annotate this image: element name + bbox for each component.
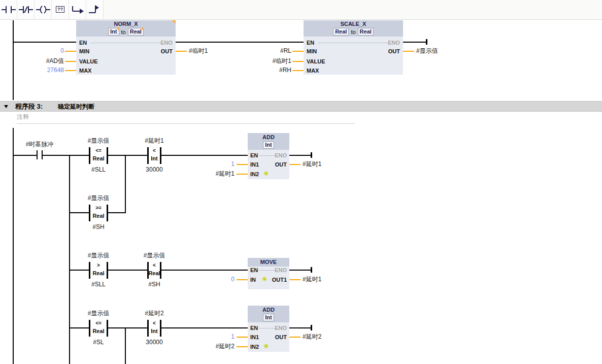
compare-type[interactable]: Int (147, 328, 161, 334)
operand-in[interactable]: 0 (193, 276, 235, 283)
operand-in2[interactable]: #延时2 (193, 343, 235, 350)
operand-out[interactable]: #延时2 (303, 334, 321, 340)
operand-max[interactable]: 27648 (20, 67, 64, 74)
wire-segment (13, 42, 76, 43)
network-title[interactable]: 稳定延时判断 (58, 103, 94, 111)
norm-x-block[interactable]: NORM_X Int to Real EN ENO MIN OUT VALUE … (76, 20, 176, 75)
toolbar-button-no-contact[interactable] (0, 0, 17, 19)
pin-out1: OUT1 (272, 277, 287, 283)
type-dropdown[interactable]: Int (263, 141, 274, 149)
add-block[interactable]: ADD Int EN ENO IN1 OUT IN2 ✳ (248, 133, 289, 179)
add-block[interactable]: ADD Int EN ENO IN1 OUT IN2 ✳ (248, 306, 289, 352)
compare-type[interactable]: Real (89, 155, 108, 161)
type-dropdown-to[interactable]: Real (128, 28, 144, 36)
wire-segment (289, 155, 311, 156)
type-connector: to (121, 29, 126, 35)
open-branch-icon (70, 5, 85, 15)
operand-label[interactable]: #延时2 (145, 309, 163, 318)
block-title: MOVE (248, 259, 289, 266)
operand-label[interactable]: #显示值 (88, 309, 110, 318)
toolbar-button-coil[interactable] (35, 0, 52, 19)
operand-value[interactable]: #临时1 (249, 58, 291, 64)
no-contact[interactable]: #时基脉冲 (37, 150, 43, 159)
collapse-triangle-icon[interactable] (4, 105, 8, 108)
operand-out[interactable]: #临时1 (189, 48, 208, 54)
operand-label[interactable]: #显示值 (88, 251, 110, 260)
type-dropdown[interactable]: Int (263, 314, 274, 321)
operand-stub (237, 337, 248, 338)
compare-operator: <= (89, 148, 108, 153)
operand-stub (65, 51, 76, 52)
pin-in2: IN2 (250, 344, 259, 350)
wire-segment (108, 155, 147, 156)
move-block[interactable]: MOVE EN ENO IN ✳ OUT1 (248, 258, 289, 289)
pin-out: OUT (275, 161, 287, 168)
pin-max: MAX (307, 68, 319, 74)
operand-max[interactable]: #RH (249, 67, 291, 74)
operand-out[interactable]: #显示值 (416, 48, 438, 54)
network-label: 程序段 3: (15, 102, 43, 111)
network-header[interactable]: 程序段 3: 稳定延时判断 (0, 101, 602, 112)
toolbar-button-close-branch[interactable] (86, 0, 104, 19)
operand-min[interactable]: 0 (20, 48, 64, 54)
compare-value[interactable]: #SL (93, 339, 104, 346)
compare-type[interactable]: Int (147, 155, 161, 161)
compare-contact[interactable]: >= Real #显示值 #SH (89, 205, 108, 221)
operand-stub (237, 174, 248, 175)
wire-segment (403, 42, 426, 43)
pin-min: MIN (79, 48, 89, 54)
block-title: ADD (248, 134, 289, 141)
operand-label[interactable]: #显示值 (144, 251, 165, 260)
compare-value[interactable]: #SLL (91, 166, 106, 173)
pin-eno: ENO (275, 267, 287, 273)
operand-value[interactable]: #AD值 (20, 58, 64, 64)
compare-value[interactable]: #SH (148, 281, 160, 288)
coil-icon (36, 5, 51, 15)
operand-in2[interactable]: #延时1 (193, 171, 235, 177)
operand-out[interactable]: #延时1 (303, 161, 321, 168)
block-title: NORM_X (76, 21, 176, 27)
compare-type[interactable]: Real (89, 270, 108, 276)
compare-contact[interactable]: <= Real #显示值 #SLL (89, 147, 108, 164)
operand-label[interactable]: #时基脉冲 (26, 140, 54, 149)
pin-in1: IN1 (250, 161, 259, 168)
operand-stub (237, 346, 248, 347)
network-comment[interactable]: 注释 (17, 113, 29, 121)
compare-contact[interactable]: < Int #延时2 30000 (147, 320, 161, 337)
wire-segment (289, 327, 311, 328)
compare-type[interactable]: Real (89, 328, 108, 334)
power-rail (13, 128, 14, 364)
type-dropdown-from[interactable]: Real (333, 28, 349, 36)
contact-bar (37, 150, 38, 159)
type-dropdown-from[interactable]: Int (108, 28, 119, 36)
compare-value[interactable]: #SLL (91, 281, 106, 288)
compare-contact[interactable]: < Int #延时1 30000 (147, 147, 161, 164)
compare-type[interactable]: Real (147, 270, 161, 276)
type-connector: to (351, 29, 355, 35)
toolbar-button-empty-box[interactable]: ?? (52, 0, 69, 19)
compare-type[interactable]: Real (89, 213, 108, 219)
compare-value[interactable]: 30000 (146, 166, 162, 173)
compare-contact[interactable]: < Real #显示值 #SH (147, 262, 161, 279)
type-dropdown-to[interactable]: Real (358, 28, 374, 36)
wire-segment (69, 327, 89, 328)
toolbar-button-open-branch[interactable] (69, 0, 86, 19)
compare-contact[interactable]: > Real #显示值 #SLL (89, 262, 108, 279)
operand-in1[interactable]: 1 (193, 161, 235, 168)
scale-x-block[interactable]: SCALE_X Real to Real EN ENO MIN OUT VALU… (304, 20, 403, 75)
branch-rail (125, 155, 126, 213)
pin-value: VALUE (307, 58, 325, 64)
operand-min[interactable]: #RL (249, 48, 291, 54)
update-asterisk-icon: ✳ (263, 343, 269, 350)
compare-value[interactable]: 30000 (146, 339, 162, 346)
operand-out[interactable]: #延时1 (303, 276, 321, 283)
operand-label[interactable]: #延时1 (145, 137, 163, 145)
pin-eno: ENO (388, 40, 400, 46)
operand-stub (65, 70, 76, 71)
operand-label[interactable]: #显示值 (88, 137, 110, 145)
operand-label[interactable]: #显示值 (88, 194, 110, 203)
operand-in1[interactable]: 1 (193, 334, 235, 340)
compare-contact[interactable]: <= Real #显示值 #SL (89, 320, 108, 337)
compare-value[interactable]: #SH (92, 223, 104, 230)
toolbar-button-nc-contact[interactable] (17, 0, 35, 19)
